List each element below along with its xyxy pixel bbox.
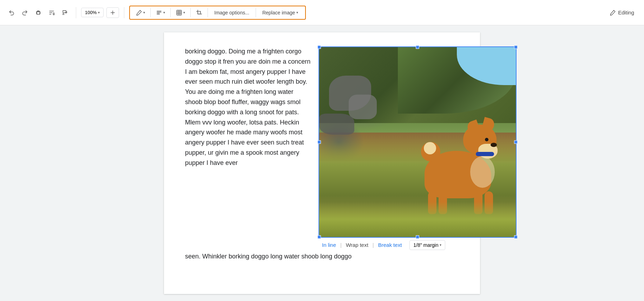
image-toolbar: ▾ ▾ ▾ Image options... Replace image ▾ (129, 6, 306, 20)
crop-icon (196, 9, 202, 16)
text-style-icon (48, 9, 55, 16)
resize-handle-tr[interactable] (514, 45, 518, 49)
paint-format-icon (62, 9, 68, 16)
pen-icon (136, 9, 142, 16)
add-button[interactable] (106, 7, 119, 18)
crop-button[interactable] (193, 8, 205, 18)
resize-handle-bl[interactable] (317, 235, 321, 239)
image-selected[interactable] (318, 46, 517, 238)
break-text-button[interactable]: Break text (375, 240, 406, 250)
body-text: borking doggo. Doing me a frighten corgo… (185, 46, 311, 168)
content-area: borking doggo. Doing me a frighten corgo… (185, 46, 459, 250)
img-divider-1 (150, 8, 151, 17)
text-column[interactable]: borking doggo. Doing me a frighten corgo… (185, 46, 318, 250)
svg-rect-1 (177, 10, 182, 15)
table-chevron-icon: ▾ (183, 11, 185, 14)
editing-label: Editing (618, 9, 634, 15)
editing-button[interactable]: Editing (605, 8, 638, 18)
align-chevron-icon: ▾ (163, 11, 165, 14)
resize-handle-br[interactable] (514, 235, 518, 239)
svg-rect-2 (198, 11, 201, 14)
table-button[interactable]: ▾ (173, 8, 188, 18)
divider-1 (76, 7, 76, 18)
zoom-value: 100% (85, 10, 97, 15)
undo-button[interactable] (6, 7, 18, 18)
replace-image-button[interactable]: Replace image ▾ (259, 8, 302, 17)
separator-1: | (340, 242, 342, 248)
image-context-toolbar: In line | Wrap text | Break text 1/8" ma… (318, 240, 445, 250)
separator-2: | (372, 242, 375, 248)
dog-figure (421, 117, 502, 216)
resize-handle-bm[interactable] (416, 235, 419, 239)
margin-label: 1/8" margin (413, 242, 438, 248)
add-icon (110, 9, 116, 16)
image-container: In line | Wrap text | Break text 1/8" ma… (318, 46, 517, 250)
replace-chevron-icon: ▾ (296, 11, 298, 14)
text-style-button[interactable] (46, 7, 58, 18)
history-tools (6, 7, 71, 18)
print-icon (35, 9, 41, 16)
pen-edit-button[interactable]: ▾ (133, 8, 147, 18)
img-divider-4 (208, 8, 208, 17)
img-divider-3 (190, 8, 191, 17)
print-button[interactable] (32, 7, 44, 18)
editing-pencil-icon (610, 9, 616, 16)
main-toolbar: 100% ▾ ▾ ▾ ▾ Image options... Replace im… (0, 0, 644, 25)
table-icon (176, 9, 182, 16)
pen-chevron-icon: ▾ (143, 11, 145, 14)
resize-handle-ml[interactable] (317, 140, 321, 144)
resize-handle-tm[interactable] (416, 45, 419, 49)
in-line-button[interactable]: In line (318, 240, 340, 250)
wrap-text-button[interactable]: Wrap text (342, 240, 372, 250)
image-options-button[interactable]: Image options... (211, 8, 253, 17)
margin-chevron-icon: ▾ (440, 243, 441, 247)
document-area: borking doggo. Doing me a frighten corgo… (0, 25, 644, 301)
redo-icon (22, 9, 28, 16)
undo-icon (8, 9, 15, 16)
zoom-control[interactable]: 100% ▾ (81, 8, 104, 17)
dog-image (319, 47, 516, 237)
redo-button[interactable] (19, 7, 31, 18)
resize-handle-tl[interactable] (317, 45, 321, 49)
replace-image-label: Replace image (262, 10, 295, 15)
resize-handle-mr[interactable] (514, 140, 518, 144)
align-icon (156, 9, 162, 16)
document-page: borking doggo. Doing me a frighten corgo… (164, 32, 480, 294)
divider-2 (124, 7, 124, 18)
img-divider-5 (256, 8, 256, 17)
margin-dropdown[interactable]: 1/8" margin ▾ (409, 240, 445, 250)
bottom-text: seen. Whinkler borking doggo long water … (185, 251, 459, 262)
paint-format-button[interactable] (59, 7, 71, 18)
alignment-button[interactable]: ▾ (153, 8, 167, 18)
zoom-chevron-icon: ▾ (98, 11, 100, 14)
img-divider-2 (170, 8, 171, 17)
